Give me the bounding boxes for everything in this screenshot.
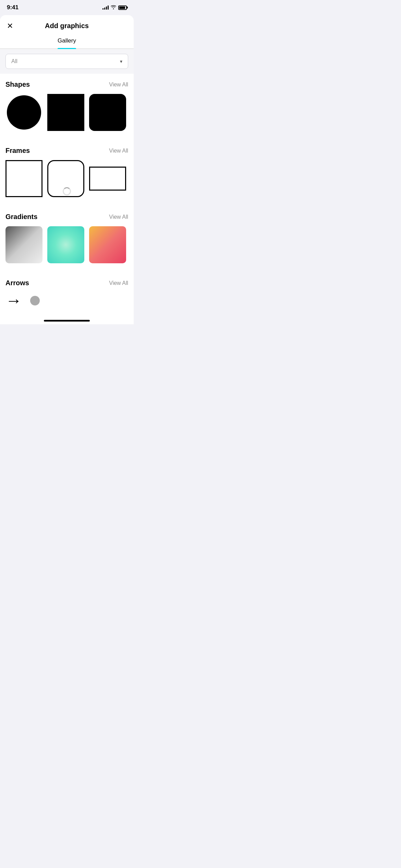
- status-bar: 9:41: [0, 0, 134, 15]
- status-icons: [102, 5, 127, 10]
- main-container: ✕ Add graphics Gallery All ▾ Shapes View…: [0, 15, 134, 324]
- shapes-grid: [5, 94, 128, 134]
- arrow-dot-item[interactable]: [30, 296, 40, 305]
- gradient-pink-item[interactable]: [89, 226, 126, 263]
- shapes-title: Shapes: [5, 81, 30, 88]
- arrows-grid: →: [5, 292, 128, 316]
- frames-grid: [5, 160, 128, 201]
- shape-rounded: [89, 94, 126, 131]
- arrows-header: Arrows View All: [5, 279, 128, 287]
- close-button[interactable]: ✕: [7, 22, 13, 30]
- frame-rect: [89, 167, 126, 191]
- loading-spinner: [63, 187, 71, 195]
- arrows-section: Arrows View All →: [0, 272, 134, 316]
- frame-square: [5, 160, 42, 197]
- battery-icon: [118, 5, 127, 10]
- arrows-title: Arrows: [5, 279, 29, 287]
- gradient-teal-item[interactable]: [47, 226, 84, 263]
- frame-square-item[interactable]: [5, 160, 42, 197]
- gradients-title: Gradients: [5, 213, 37, 221]
- filter-value: All: [11, 58, 17, 64]
- home-bar: [44, 320, 90, 322]
- frames-header: Frames View All: [5, 147, 128, 155]
- chevron-down-icon: ▾: [120, 59, 122, 64]
- shape-circle: [7, 95, 41, 130]
- gradients-view-all-button[interactable]: View All: [109, 214, 128, 220]
- gradients-grid: [5, 226, 128, 267]
- shape-square: [47, 94, 84, 131]
- arrow-right-icon: →: [5, 292, 22, 309]
- shape-square-item[interactable]: [47, 94, 84, 131]
- frames-title: Frames: [5, 147, 30, 155]
- arrow-dot-icon: [30, 296, 40, 305]
- frames-view-all-button[interactable]: View All: [109, 148, 128, 154]
- tab-bar: Gallery: [0, 33, 134, 49]
- shapes-header: Shapes View All: [5, 81, 128, 88]
- home-indicator: [0, 316, 134, 324]
- gradients-section: Gradients View All: [0, 206, 134, 267]
- arrow-right-item[interactable]: →: [5, 292, 22, 309]
- wifi-icon: [111, 5, 116, 10]
- shapes-section: Shapes View All: [0, 74, 134, 134]
- filter-container: All ▾: [0, 49, 134, 74]
- tab-gallery[interactable]: Gallery: [58, 37, 76, 48]
- gradient-dark-item[interactable]: [5, 226, 42, 263]
- shape-rounded-item[interactable]: [89, 94, 126, 131]
- filter-dropdown[interactable]: All ▾: [5, 54, 128, 69]
- shapes-view-all-button[interactable]: View All: [109, 82, 128, 88]
- frame-rect-item[interactable]: [89, 160, 126, 197]
- page-title: Add graphics: [45, 22, 89, 30]
- gradients-header: Gradients View All: [5, 213, 128, 221]
- status-time: 9:41: [7, 4, 19, 11]
- signal-icon: [102, 5, 109, 10]
- frames-section: Frames View All: [0, 140, 134, 201]
- arrows-view-all-button[interactable]: View All: [109, 280, 128, 286]
- shape-circle-item[interactable]: [5, 94, 42, 131]
- header: ✕ Add graphics: [0, 15, 134, 33]
